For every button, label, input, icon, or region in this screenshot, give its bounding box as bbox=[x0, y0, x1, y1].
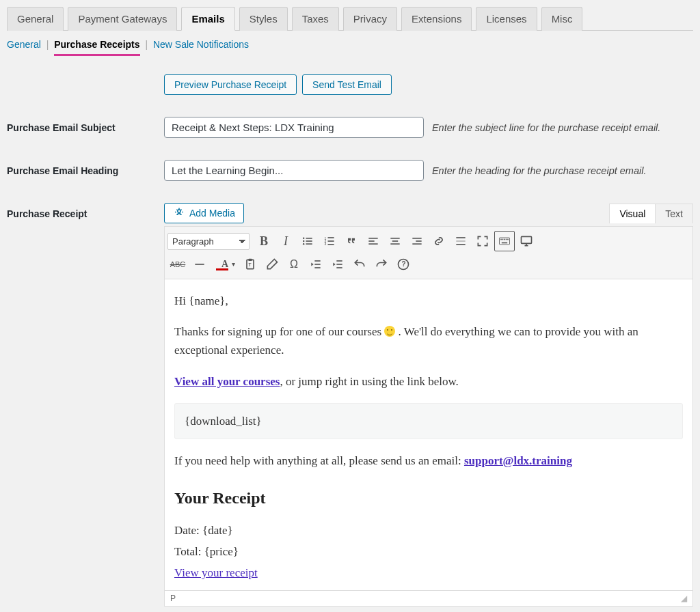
svg-point-5 bbox=[303, 243, 305, 245]
quote-icon bbox=[345, 234, 358, 248]
svg-rect-22 bbox=[456, 237, 465, 238]
fullscreen-button[interactable] bbox=[472, 231, 493, 251]
svg-rect-28 bbox=[504, 239, 505, 240]
special-char-button[interactable]: Ω bbox=[284, 254, 304, 275]
svg-rect-27 bbox=[502, 239, 504, 240]
outdent-icon bbox=[309, 258, 323, 271]
horizontal-rule-button[interactable] bbox=[189, 254, 210, 275]
bullet-list-button[interactable] bbox=[297, 231, 318, 251]
svg-rect-16 bbox=[390, 238, 399, 239]
download-list-placeholder: {download_list} bbox=[174, 403, 683, 439]
sub-navigation: General | Purchase Receipts | New Sale N… bbox=[7, 39, 693, 50]
heading-label: Purchase Email Heading bbox=[7, 152, 164, 195]
blockquote-button[interactable] bbox=[341, 231, 362, 251]
italic-button[interactable]: I bbox=[275, 231, 296, 251]
distraction-free-button[interactable] bbox=[516, 231, 537, 251]
editor-tab-text[interactable]: Text bbox=[655, 204, 693, 223]
tab-taxes[interactable]: Taxes bbox=[292, 7, 339, 31]
svg-text:?: ? bbox=[402, 260, 406, 268]
align-left-icon bbox=[366, 234, 380, 248]
svg-rect-30 bbox=[507, 239, 509, 240]
view-all-courses-link[interactable]: View all your courses bbox=[174, 375, 280, 388]
tab-emails[interactable]: Emails bbox=[181, 7, 234, 31]
tab-privacy[interactable]: Privacy bbox=[343, 7, 397, 31]
tab-payment-gateways[interactable]: Payment Gateways bbox=[68, 7, 177, 31]
svg-rect-17 bbox=[392, 240, 398, 242]
view-receipt-link[interactable]: View your receipt bbox=[174, 566, 258, 579]
toolbar-toggle-button[interactable] bbox=[494, 231, 515, 251]
tab-general[interactable]: General bbox=[7, 7, 64, 31]
read-more-icon bbox=[454, 234, 468, 248]
subnav-new-sale-notifications[interactable]: New Sale Notifications bbox=[153, 39, 249, 50]
intro-paragraph: Thanks for signing up for one of our cou… bbox=[174, 322, 683, 359]
tab-licenses[interactable]: Licenses bbox=[476, 7, 537, 31]
strikethrough-button[interactable]: ABC bbox=[167, 254, 188, 275]
svg-rect-25 bbox=[500, 238, 510, 245]
fullscreen-icon bbox=[476, 234, 489, 248]
svg-point-0 bbox=[178, 210, 181, 213]
paste-text-button[interactable]: T bbox=[240, 254, 260, 275]
outdent-button[interactable] bbox=[306, 254, 326, 275]
resize-handle[interactable]: ◢ bbox=[681, 594, 687, 603]
subject-hint: Enter the subject line for the purchase … bbox=[432, 122, 660, 133]
text-color-button[interactable]: A bbox=[211, 254, 239, 275]
align-left-button[interactable] bbox=[363, 231, 383, 251]
svg-rect-23 bbox=[456, 240, 465, 242]
format-select[interactable]: Paragraph bbox=[167, 233, 250, 250]
tab-styles[interactable]: Styles bbox=[239, 7, 288, 31]
keyboard-icon bbox=[498, 234, 511, 248]
redo-button[interactable] bbox=[371, 254, 392, 275]
clear-formatting-button[interactable] bbox=[262, 254, 282, 275]
link-icon bbox=[432, 234, 446, 248]
align-right-button[interactable] bbox=[407, 231, 427, 251]
main-tabs: General Payment Gateways Emails Styles T… bbox=[7, 0, 693, 31]
svg-rect-21 bbox=[412, 243, 421, 245]
send-test-email-button[interactable]: Send Test Email bbox=[302, 74, 392, 95]
editor-content-area[interactable]: Hi {name}, Thanks for signing up for one… bbox=[164, 279, 693, 591]
heading-input[interactable] bbox=[164, 160, 424, 181]
svg-rect-20 bbox=[416, 240, 421, 242]
help-button[interactable]: ? bbox=[393, 254, 414, 275]
svg-rect-19 bbox=[412, 238, 421, 239]
svg-rect-6 bbox=[306, 243, 312, 245]
editor-statusbar: P ◢ bbox=[164, 591, 693, 607]
date-line: Date: {date} bbox=[174, 521, 683, 540]
svg-rect-12 bbox=[328, 244, 334, 245]
svg-rect-24 bbox=[456, 244, 465, 245]
svg-rect-37 bbox=[314, 260, 320, 262]
numbered-list-button[interactable]: 123 bbox=[319, 231, 340, 251]
link-button[interactable] bbox=[429, 231, 449, 251]
smile-emoji-icon bbox=[384, 326, 395, 337]
svg-rect-8 bbox=[328, 237, 334, 238]
subnav-purchase-receipts[interactable]: Purchase Receipts bbox=[54, 39, 139, 56]
tab-extensions[interactable]: Extensions bbox=[401, 7, 472, 31]
clipboard-icon: T bbox=[243, 258, 257, 271]
svg-rect-39 bbox=[314, 267, 320, 268]
redo-icon bbox=[375, 258, 388, 271]
indent-button[interactable] bbox=[327, 254, 348, 275]
receipt-label: Purchase Receipt bbox=[7, 195, 164, 612]
undo-button[interactable] bbox=[349, 254, 370, 275]
subject-label: Purchase Email Subject bbox=[7, 109, 164, 152]
svg-rect-35 bbox=[249, 259, 252, 261]
tab-misc[interactable]: Misc bbox=[541, 7, 583, 31]
bold-button[interactable]: B bbox=[254, 231, 274, 251]
add-media-button[interactable]: Add Media bbox=[164, 203, 244, 223]
svg-rect-14 bbox=[368, 240, 374, 242]
greeting-text: Hi {name}, bbox=[174, 292, 683, 310]
view-courses-paragraph: View all your courses, or jump right in … bbox=[174, 372, 683, 391]
media-icon bbox=[173, 207, 185, 219]
subnav-general[interactable]: General bbox=[7, 39, 41, 50]
svg-point-1 bbox=[303, 238, 305, 240]
eraser-icon bbox=[265, 258, 279, 271]
support-email-link[interactable]: support@ldx.training bbox=[464, 454, 572, 467]
receipt-heading: Your Receipt bbox=[174, 485, 683, 511]
editor-tab-visual[interactable]: Visual bbox=[609, 204, 656, 223]
align-center-button[interactable] bbox=[385, 231, 405, 251]
svg-point-3 bbox=[303, 240, 305, 242]
svg-rect-32 bbox=[522, 236, 532, 243]
total-line: Total: {price} bbox=[174, 542, 683, 561]
read-more-button[interactable] bbox=[450, 231, 471, 251]
subject-input[interactable] bbox=[164, 117, 424, 138]
preview-receipt-button[interactable]: Preview Purchase Receipt bbox=[164, 74, 297, 95]
